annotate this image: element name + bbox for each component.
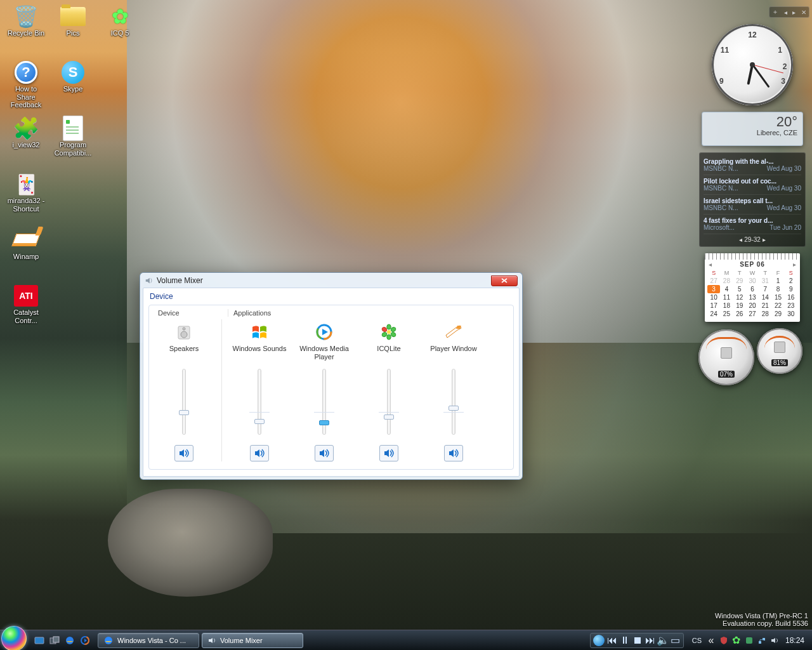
calendar-day[interactable]: 16 <box>785 293 797 302</box>
mute-button[interactable] <box>250 445 269 461</box>
slider-thumb[interactable] <box>319 420 329 425</box>
performance-gadget[interactable]: 81% 07% <box>698 328 806 385</box>
weather-gadget[interactable]: 20° Liberec, CZE <box>702 112 803 146</box>
taskbar-button[interactable]: Windows Vista - Co ... <box>98 633 199 648</box>
show-desktop-button[interactable] <box>33 634 46 647</box>
calendar-day[interactable]: 22 <box>771 302 784 310</box>
wmp-orb-icon[interactable] <box>593 635 605 646</box>
slider-thumb[interactable] <box>254 419 265 424</box>
tray-icq-icon[interactable]: ✿ <box>731 635 742 646</box>
next-icon[interactable]: ▸ <box>792 9 796 16</box>
volume-slider[interactable] <box>443 366 464 437</box>
app-icon[interactable] <box>314 322 334 342</box>
calendar-day[interactable]: 15 <box>771 293 784 302</box>
volume-slider[interactable] <box>314 366 334 437</box>
player-restore-button[interactable]: ▭ <box>671 635 681 646</box>
desktop-icon-icq5[interactable]: ✿ ICQ 5 <box>98 4 142 53</box>
calendar-day[interactable]: 14 <box>759 293 771 302</box>
slider-thumb[interactable] <box>449 406 459 411</box>
language-indicator[interactable]: CS <box>690 637 704 644</box>
mute-button[interactable] <box>444 445 463 461</box>
calendar-day[interactable]: 3 <box>707 285 720 293</box>
calendar-day[interactable]: 7 <box>759 285 771 293</box>
player-mute-button[interactable]: 🔈 <box>658 635 668 646</box>
calendar-day[interactable]: 2 <box>785 277 797 285</box>
mute-button[interactable] <box>315 445 334 461</box>
calendar-day[interactable]: 30 <box>785 310 797 318</box>
tray-expand-button[interactable]: « <box>706 635 716 646</box>
add-gadget-icon[interactable]: ＋ <box>772 8 778 17</box>
desktop-icon-iview32[interactable]: 🧩 i_view32 <box>4 116 48 165</box>
volume-slider[interactable] <box>379 366 399 437</box>
volume-slider[interactable] <box>249 366 270 437</box>
feed-pager[interactable]: ◂ 29-32 ▸ <box>704 234 801 245</box>
volume-slider[interactable] <box>174 366 194 437</box>
desktop-icon-recycle-bin[interactable]: 🗑️ Recycle Bin <box>4 4 48 53</box>
calendar-day[interactable]: 23 <box>785 302 797 310</box>
slider-thumb[interactable] <box>384 415 394 420</box>
app-icon[interactable] <box>249 322 270 342</box>
calendar-day[interactable]: 26 <box>733 310 746 318</box>
calendar-day[interactable]: 17 <box>707 302 720 310</box>
desktop-icon-winamp[interactable]: Winamp <box>4 227 48 277</box>
calendar-day[interactable]: 19 <box>733 302 746 310</box>
tray-security-icon[interactable] <box>719 635 729 646</box>
player-pause-button[interactable]: ⏸ <box>620 635 630 646</box>
calendar-day[interactable]: 4 <box>720 285 733 293</box>
feed-item[interactable]: Israel sidesteps call t...MSNBC N...Wed … <box>704 195 801 215</box>
mute-button[interactable] <box>379 445 398 461</box>
desktop-icon-skype[interactable]: S Skype <box>51 60 95 109</box>
app-icon[interactable] <box>443 322 464 342</box>
app-icon[interactable] <box>174 322 194 342</box>
player-prev-button[interactable]: ⏮ <box>607 635 617 646</box>
close-button[interactable] <box>491 275 518 286</box>
feed-item[interactable]: Pilot locked out of coc...MSNBC N...Wed … <box>704 175 801 195</box>
calendar-day[interactable]: 9 <box>785 285 797 293</box>
mute-button[interactable] <box>174 445 193 461</box>
calendar-day[interactable]: 24 <box>707 310 720 318</box>
calendar-day[interactable]: 25 <box>720 310 733 318</box>
calendar-day[interactable]: 21 <box>759 302 771 310</box>
start-button[interactable] <box>1 626 27 651</box>
desktop-icon-program-compat[interactable]: Program Compatibi... <box>51 116 95 165</box>
calendar-day[interactable]: 6 <box>746 285 759 293</box>
calendar-day[interactable]: 13 <box>746 293 759 302</box>
sidebar-controls[interactable]: ＋ ◂ ▸ ✕ <box>769 6 809 18</box>
calendar-day[interactable]: 18 <box>720 302 733 310</box>
tray-volume-icon[interactable] <box>769 635 780 646</box>
feed-item[interactable]: 4 fast fixes for your d...Microsoft...Tu… <box>704 215 801 234</box>
taskbar-button[interactable]: Volume Mixer <box>202 633 303 648</box>
desktop-icon-pics[interactable]: Pics <box>51 4 95 53</box>
desktop-icon-feedback[interactable]: ? How to Share Feedback <box>4 60 48 109</box>
calendar-day[interactable]: 8 <box>771 285 784 293</box>
calendar-gadget[interactable]: ◂ SEP 06 ▸ SMTWTFS2728293031123456789101… <box>705 253 800 322</box>
player-stop-button[interactable]: ⏹ <box>632 635 643 646</box>
window-titlebar[interactable]: Volume Mixer <box>141 274 521 288</box>
calendar-day[interactable]: 27 <box>746 310 759 318</box>
feed-item[interactable]: Grappling with the al-...MSNBC N...Wed A… <box>704 156 801 175</box>
desktop-icon-catalyst[interactable]: ATI Catalyst Contr... <box>4 283 48 333</box>
cal-prev[interactable]: ◂ <box>709 261 712 268</box>
calendar-day[interactable]: 12 <box>733 293 746 302</box>
wmp-quicklaunch[interactable] <box>79 634 91 647</box>
switch-windows-button[interactable] <box>48 634 61 647</box>
calendar-day[interactable]: 28 <box>759 310 771 318</box>
calendar-day[interactable]: 10 <box>707 293 720 302</box>
clock-gadget[interactable]: 12 1 2 3 11 9 <box>712 24 793 105</box>
cal-next[interactable]: ▸ <box>793 261 796 268</box>
tray-app-icon[interactable] <box>744 635 754 646</box>
calendar-day[interactable]: 29 <box>771 310 784 318</box>
calendar-day[interactable]: 5 <box>733 285 746 293</box>
slider-thumb[interactable] <box>179 410 189 415</box>
prev-icon[interactable]: ◂ <box>784 9 787 16</box>
player-next-button[interactable]: ⏭ <box>645 635 655 646</box>
ie-quicklaunch[interactable] <box>63 634 76 647</box>
close-sidebar-icon[interactable]: ✕ <box>801 9 806 16</box>
tray-network-icon[interactable] <box>757 635 767 646</box>
calendar-day[interactable]: 20 <box>746 302 759 310</box>
app-icon[interactable] <box>379 322 399 342</box>
desktop-icon-miranda[interactable]: 🃏 miranda32 - Shortcut <box>4 171 48 221</box>
calendar-day[interactable]: 1 <box>771 277 784 285</box>
calendar-day[interactable]: 11 <box>720 293 733 302</box>
tray-clock[interactable]: 18:24 <box>782 636 808 645</box>
